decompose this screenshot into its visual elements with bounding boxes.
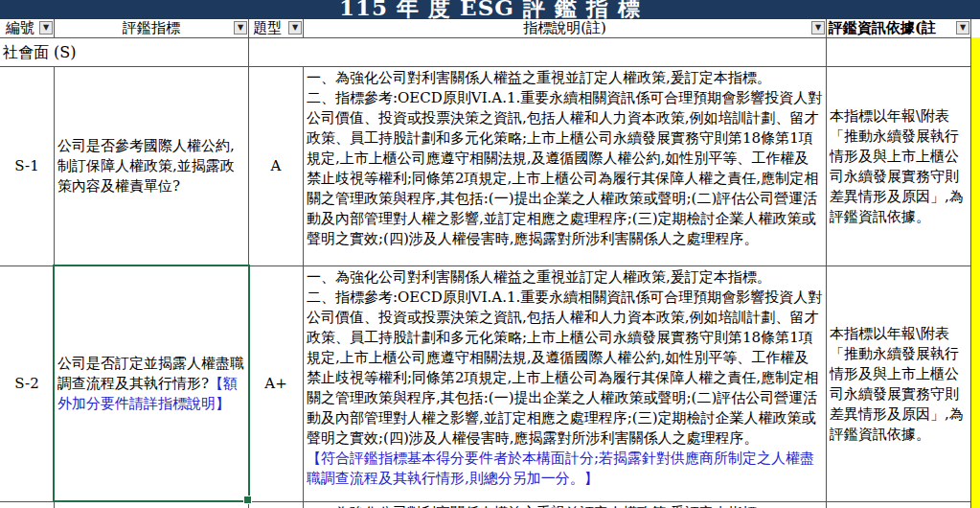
cell-s1-type[interactable]: A	[249, 67, 304, 266]
cell-s1-description[interactable]: 一、為強化公司對利害關係人權益之重視並訂定人權政策,爰訂定本指標。 二、指標參考…	[304, 67, 827, 266]
cell-next-type[interactable]	[249, 502, 304, 508]
header-label-basis: 評鑑資訊依據(註	[829, 19, 936, 38]
cell-next-description[interactable]: 一、為強化公司對利害關係人權益之重視並訂定人權政策,爰訂定本指標。	[304, 502, 827, 508]
next-description-text: 一、為強化公司對利害關係人權益之重視並訂定人權政策,爰訂定本指標。	[307, 503, 823, 508]
s2-type-text: A+	[264, 374, 286, 394]
header-cell-highlight-column	[971, 19, 980, 38]
s1-id-text: S-1	[14, 156, 38, 176]
header-cell-description[interactable]: 指標說明(註) ▼	[304, 19, 827, 38]
filter-dropdown-icon[interactable]: ▼	[288, 21, 302, 35]
sheet-title-bar: 115 年 度 ESG 評 鑑 指 標	[0, 0, 980, 19]
cell-next-basis[interactable]	[827, 502, 971, 508]
section-label: 社會面 (S)	[3, 42, 77, 62]
section-row-empty-cell[interactable]	[827, 38, 971, 67]
spreadsheet: 115 年 度 ESG 評 鑑 指 標 編號 ▼ 評鑑指標 ▼ 題型 ▼ 指標說…	[0, 0, 980, 508]
cell-s2-id[interactable]: S-2	[0, 266, 55, 502]
section-row-cell[interactable]: 社會面 (S)	[0, 38, 249, 67]
s1-basis-text: 本指標以年報\附表「推動永續發展執行情形及與上市上櫃公司永續發展實務守則差異情形…	[827, 106, 970, 227]
header-label-description: 指標說明(註)	[523, 19, 606, 38]
header-label-indicator: 評鑑指標	[123, 19, 180, 38]
s2-id-text: S-2	[14, 374, 38, 394]
section-row-empty-cell[interactable]	[249, 38, 827, 67]
s2-description-text: 一、為強化公司對利害關係人權益之重視並訂定人權政策,爰訂定本指標。 二、指標參考…	[307, 268, 822, 447]
cell-s2-basis[interactable]: 本指標以年報\附表「推動永續發展執行情形及與上市上櫃公司永續發展實務守則差異情形…	[827, 266, 971, 502]
header-cell-basis[interactable]: 評鑑資訊依據(註 ▼	[827, 19, 971, 38]
header-cell-question-type[interactable]: 題型 ▼	[249, 19, 304, 38]
cell-s2-type[interactable]: A+	[249, 266, 304, 502]
cell-s1-basis[interactable]: 本指標以年報\附表「推動永續發展執行情形及與上市上櫃公司永續發展實務守則差異情形…	[827, 67, 971, 266]
cell-s2-description[interactable]: 一、為強化公司對利害關係人權益之重視並訂定人權政策,爰訂定本指標。 二、指標參考…	[304, 266, 827, 502]
fill-handle[interactable]	[243, 496, 252, 504]
s1-description-text: 一、為強化公司對利害關係人權益之重視並訂定人權政策,爰訂定本指標。 二、指標參考…	[307, 69, 822, 247]
header-label-id: 編號	[6, 19, 34, 38]
highlighted-column-stripe[interactable]	[971, 37, 980, 508]
active-cell-selection	[53, 265, 250, 502]
s2-basis-text: 本指標以年報\附表「推動永續發展執行情形及與上市上櫃公司永續發展實務守則差異情形…	[827, 324, 970, 445]
s1-type-text: A	[271, 156, 282, 176]
filter-dropdown-icon[interactable]: ▼	[234, 21, 247, 35]
s1-indicator-text: 公司是否參考國際人權公約,制訂保障人權政策,並揭露政策內容及權責單位?	[55, 136, 248, 196]
cell-s1-id[interactable]: S-1	[0, 67, 55, 266]
header-label-question-type: 題型	[253, 19, 282, 38]
cell-next-indicator[interactable]	[55, 502, 249, 508]
cell-s1-indicator[interactable]: 公司是否參考國際人權公約,制訂保障人權政策,並揭露政策內容及權責單位?	[55, 67, 249, 266]
filter-dropdown-icon[interactable]: ▼	[39, 21, 53, 35]
s2-description-extra: 【符合評鑑指標基本得分要件者於本構面計分;若揭露針對供應商所制定之人權盡職調查流…	[307, 449, 823, 489]
header-cell-id[interactable]: 編號 ▼	[0, 19, 55, 38]
filter-dropdown-icon[interactable]: ▼	[956, 21, 969, 35]
header-cell-indicator[interactable]: 評鑑指標 ▼	[55, 19, 249, 38]
sheet-title: 115 年 度 ESG 評 鑑 指 標	[0, 0, 980, 19]
cell-next-id[interactable]	[0, 502, 55, 508]
filter-dropdown-icon[interactable]: ▼	[811, 21, 825, 35]
